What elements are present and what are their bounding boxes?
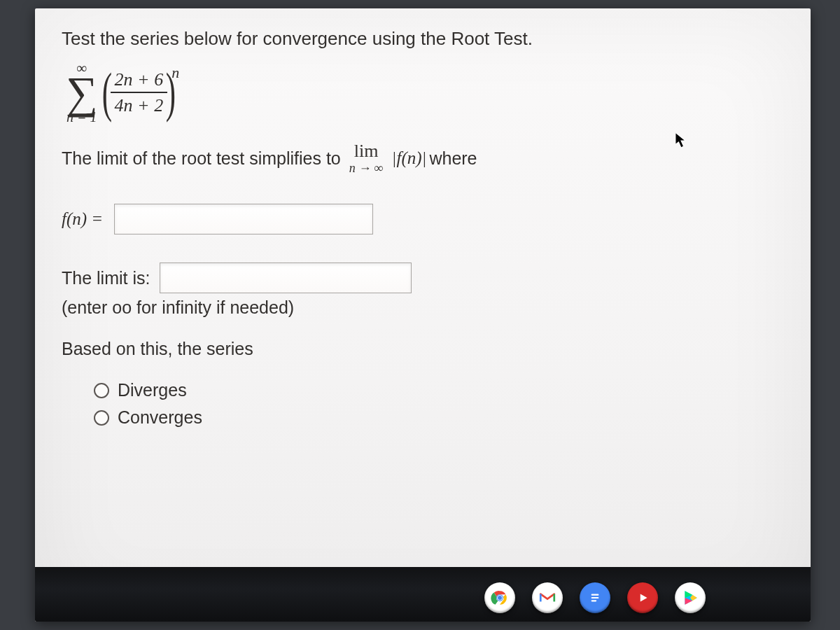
numerator: 2n + 6 [111, 69, 168, 93]
sigma-operator: ∞ ∑ n = 1 [66, 61, 98, 124]
right-paren-icon: ) [166, 68, 176, 117]
limit-is-label: The limit is: [62, 268, 150, 288]
option-diverges-label: Diverges [118, 380, 187, 400]
limit-input-row: The limit is: [62, 262, 784, 293]
svg-rect-5 [592, 597, 599, 598]
limit-text-1: The limit of the root test simplifies to [62, 148, 341, 169]
svg-rect-4 [592, 594, 599, 596]
denominator: 4n + 2 [115, 93, 164, 116]
fn-input[interactable] [114, 204, 373, 234]
cursor-icon [675, 132, 687, 150]
fraction: 2n + 6 4n + 2 [111, 69, 168, 116]
youtube-icon[interactable] [627, 582, 658, 613]
shelf-tray [484, 582, 706, 613]
left-paren-icon: ( [102, 68, 111, 117]
parenthesized-term: ( 2n + 6 4n + 2 ) [104, 68, 175, 117]
limit-text-2: where [429, 148, 477, 169]
radio-icon[interactable] [94, 410, 109, 426]
question-prompt: Test the series below for convergence us… [62, 28, 784, 50]
option-converges-label: Converges [118, 407, 202, 428]
infinity-hint: (enter oo for infinity if needed) [62, 298, 784, 318]
series-expression: ∞ ∑ n = 1 ( 2n + 6 4n + 2 ) n [66, 61, 784, 124]
question-panel: Test the series below for convergence us… [35, 8, 811, 622]
abs-fn: |f(n)| [392, 148, 427, 168]
radio-icon[interactable] [94, 383, 109, 398]
limit-input[interactable] [160, 262, 412, 293]
option-converges[interactable]: Converges [94, 407, 784, 428]
option-diverges[interactable]: Diverges [94, 380, 784, 400]
svg-rect-6 [592, 600, 597, 601]
taskbar-shelf [35, 567, 811, 622]
play-icon[interactable] [675, 582, 706, 613]
based-on-text: Based on this, the series [62, 339, 784, 359]
chrome-icon[interactable] [484, 582, 515, 613]
sum-lower-bound: n = 1 [66, 110, 97, 124]
gmail-icon[interactable] [532, 582, 563, 613]
svg-point-2 [498, 596, 502, 600]
fn-input-row: f(n) = [62, 204, 784, 234]
fn-label: f(n) = [62, 209, 103, 229]
lim-subscript: n → ∞ [349, 162, 384, 174]
svg-marker-7 [640, 594, 648, 602]
lim-text: lim [354, 142, 379, 160]
radio-options: Diverges Converges [94, 380, 784, 428]
docs-icon[interactable] [580, 582, 610, 613]
limit-operator: lim n → ∞ [349, 142, 384, 174]
